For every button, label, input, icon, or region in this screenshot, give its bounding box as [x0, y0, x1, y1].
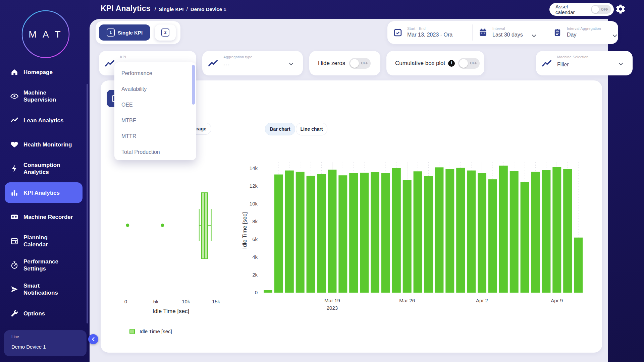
clipboard-icon — [553, 28, 562, 37]
bar — [488, 179, 497, 293]
aggregation-type-card[interactable]: Aggregation type --- — [202, 51, 303, 75]
sidebar-item-smart-notifications[interactable]: SmartNotifications — [5, 279, 83, 300]
breadcrumb-separator: / — [155, 6, 156, 12]
single-kpi-tab[interactable]: 1 Single KPI — [99, 24, 150, 41]
breadcrumb-single-kpi[interactable]: Single KPI — [159, 6, 183, 12]
aggregation-trend-icon — [208, 60, 218, 67]
bolt-icon — [10, 164, 23, 173]
recorder-icon — [10, 213, 23, 221]
kpi-analytics-app: KPI Analytics / Single KPI / Demo Device… — [0, 0, 644, 362]
interval-field[interactable]: Interval Last 30 days — [478, 25, 536, 38]
info-icon[interactable]: i — [448, 60, 455, 67]
sidebar-item-label: Health Monitoring — [23, 141, 72, 148]
bar — [574, 238, 583, 293]
kpi-option-mtbf[interactable]: MTBF — [114, 113, 196, 128]
multi-kpi-tab[interactable]: 2 — [155, 24, 176, 41]
trend-icon — [10, 116, 23, 125]
bar — [445, 169, 454, 293]
asset-calendar-label: Asset calendar — [555, 4, 588, 15]
asset-calendar-pill[interactable]: Asset calendar OFF — [549, 3, 614, 16]
sidebar-item-kpi-analytics[interactable]: KPI Analytics — [5, 182, 83, 203]
chevron-left-icon — [92, 337, 95, 341]
machine-selection-card[interactable]: Machine Selection Filler — [536, 51, 633, 75]
bar — [435, 167, 443, 293]
bar — [392, 168, 401, 293]
divider — [472, 24, 473, 41]
sidebar-item-consumption-analytics[interactable]: ConsumptionAnalytics — [5, 158, 83, 179]
bar — [296, 172, 305, 293]
machine-trend-icon — [542, 60, 552, 67]
line-chart-button[interactable]: Line chart — [296, 123, 327, 135]
bar — [338, 175, 347, 293]
toggle-knob — [459, 59, 468, 68]
sidebar-collapse-button[interactable] — [88, 334, 98, 344]
hide-zeros-card: Hide zeros OFF — [309, 51, 380, 75]
bars-icon — [10, 188, 23, 197]
kpi-option-mttr[interactable]: MTTR — [114, 128, 196, 144]
toggle-state: OFF — [601, 8, 608, 11]
asset-calendar-toggle[interactable]: OFF — [591, 5, 611, 14]
bar — [531, 172, 540, 293]
toggle-knob — [350, 59, 359, 68]
svg-text:Mar 19: Mar 19 — [324, 298, 340, 303]
machine-selection-label: Machine Selection — [557, 55, 588, 59]
kpi-option-performance[interactable]: Performance — [114, 65, 196, 81]
sidebar-item-label: ConsumptionAnalytics — [23, 162, 60, 176]
sidebar-item-options[interactable]: Options — [5, 303, 83, 324]
sidebar-item-label: SmartNotifications — [23, 282, 58, 296]
interval-aggregation-field[interactable]: Interval Aggregation Day — [553, 25, 617, 38]
kpi-option-availability[interactable]: Availability — [114, 81, 196, 97]
svg-text:6k: 6k — [252, 236, 258, 242]
dropdown-scrollbar[interactable] — [192, 65, 195, 105]
cumulative-box-plot-card: Cumulative box plot i OFF — [386, 51, 484, 75]
svg-text:12k: 12k — [250, 183, 258, 189]
sidebar-item-health-monitoring[interactable]: Health Monitoring — [5, 134, 83, 155]
kpi-trend-icon — [105, 60, 115, 67]
device-line-label: Line — [11, 335, 19, 339]
chevron-down-icon — [532, 34, 536, 37]
sidebar-item-machine-supervision[interactable]: MachineSupervision — [5, 86, 83, 107]
bar — [360, 173, 369, 293]
settings-gear-icon[interactable] — [615, 4, 626, 14]
kpi-option-oee[interactable]: OEE — [114, 97, 196, 113]
breadcrumb: KPI Analytics / Single KPI / Demo Device… — [101, 4, 226, 13]
start-end-label: Start - End — [407, 26, 452, 31]
bar — [467, 171, 476, 293]
svg-text:Apr 2: Apr 2 — [476, 298, 488, 303]
cumulative-box-plot-toggle[interactable]: OFF — [458, 58, 480, 69]
heart-icon — [10, 140, 23, 149]
start-end-field[interactable]: Start - End Mar 13, 2023 - Ora — [393, 25, 452, 38]
bar — [403, 180, 412, 293]
bar — [264, 290, 272, 293]
breadcrumb-device[interactable]: Demo Device 1 — [191, 6, 226, 12]
bar — [542, 170, 550, 293]
sidebar-item-performance-settings[interactable]: PerformanceSettings — [5, 255, 83, 276]
bar — [478, 173, 486, 293]
chart-legend[interactable]: Idle Time [sec] — [129, 328, 172, 334]
single-kpi-tab-label: Single KPI — [118, 30, 143, 36]
toggle-knob — [592, 6, 599, 13]
bar-chart-button[interactable]: Bar chart — [265, 123, 295, 135]
sidebar-item-planning-calendar[interactable]: PlanningCalendar — [5, 231, 83, 251]
send-icon — [10, 285, 23, 294]
sidebar-item-homepage[interactable]: Homepage — [5, 62, 83, 82]
bar — [521, 182, 529, 293]
bar — [414, 171, 422, 293]
mat-logo-text: M A T — [29, 29, 62, 40]
kpi-option-total-production[interactable]: Total Production — [114, 144, 196, 160]
cumulative-box-plot-state: OFF — [470, 61, 477, 65]
sidebar-scrollbar[interactable] — [87, 84, 88, 323]
sidebar-item-machine-recorder[interactable]: Machine Recorder — [5, 206, 83, 227]
sidebar-item-lean-analytics[interactable]: Lean Analytics — [5, 110, 83, 131]
legend-swatch — [129, 329, 135, 334]
bar — [371, 172, 379, 293]
interval-label: Interval — [492, 26, 523, 31]
svg-text:5k: 5k — [153, 299, 159, 304]
svg-text:0: 0 — [255, 290, 258, 295]
cumulative-box-plot-label: Cumulative box plot — [395, 60, 445, 67]
device-card[interactable]: Line Demo Device 1 — [4, 330, 87, 356]
chevron-down-icon — [619, 62, 623, 65]
bar — [510, 171, 519, 293]
hide-zeros-toggle[interactable]: OFF — [349, 58, 371, 69]
svg-text:10k: 10k — [250, 201, 258, 206]
